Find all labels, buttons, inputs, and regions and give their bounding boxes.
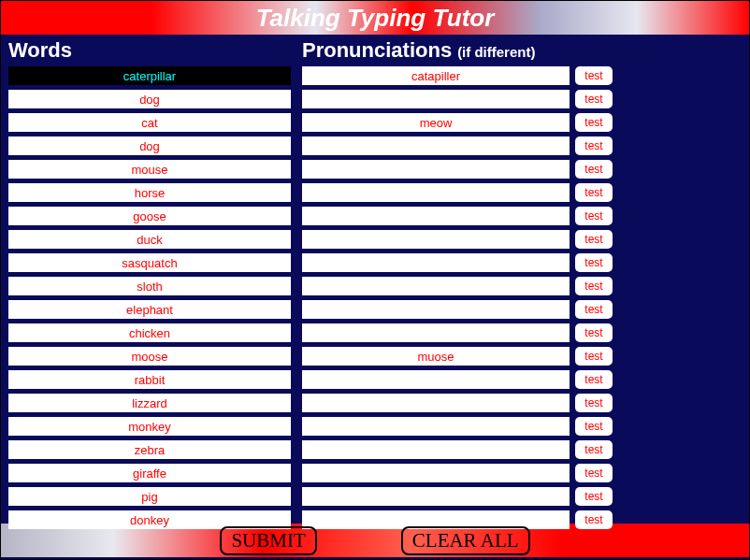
test-column: testtesttesttesttesttesttesttesttesttest… [575, 38, 616, 524]
word-input[interactable] [8, 394, 291, 412]
test-button[interactable]: test [575, 136, 613, 155]
test-button[interactable]: test [575, 183, 613, 202]
pronunciation-input[interactable] [302, 253, 570, 272]
word-input[interactable] [8, 183, 291, 202]
test-button[interactable]: test [575, 323, 613, 342]
test-button[interactable]: test [575, 113, 613, 132]
test-button[interactable]: test [575, 160, 613, 179]
app-title: Talking Typing Tutor [256, 4, 495, 33]
pronunciation-input[interactable] [302, 394, 570, 412]
pronunciation-input[interactable] [302, 136, 570, 155]
pronunciation-input[interactable] [302, 66, 570, 85]
pronunciation-input[interactable] [302, 230, 570, 249]
test-button[interactable]: test [575, 510, 613, 529]
word-input[interactable] [8, 230, 291, 249]
word-input[interactable] [8, 253, 291, 272]
test-button[interactable]: test [575, 394, 613, 412]
pronunciation-input[interactable] [302, 207, 570, 225]
word-input[interactable] [8, 464, 291, 482]
pronunciation-input[interactable] [302, 347, 570, 366]
pronunciation-input[interactable] [302, 323, 570, 342]
pronunciation-input[interactable] [302, 277, 570, 295]
clear-all-button[interactable]: CLEAR ALL [401, 526, 530, 555]
test-button[interactable]: test [575, 300, 613, 319]
submit-button[interactable]: SUBMIT [220, 526, 316, 555]
pronunciations-header-label: Pronunciations [302, 38, 452, 63]
word-input[interactable] [8, 277, 291, 295]
pronunciation-input[interactable] [302, 90, 570, 108]
word-input[interactable] [8, 323, 291, 342]
word-input[interactable] [8, 136, 291, 155]
word-input[interactable] [8, 113, 291, 132]
pronunciation-input[interactable] [302, 487, 570, 506]
pronunciation-input[interactable] [302, 183, 570, 202]
pronunciations-column: Pronunciations (if different) [302, 38, 570, 524]
test-button[interactable]: test [575, 464, 613, 482]
words-header-label: Words [8, 38, 72, 63]
word-input[interactable] [8, 487, 291, 506]
pronunciation-input[interactable] [302, 440, 570, 459]
test-button[interactable]: test [575, 253, 613, 272]
word-input[interactable] [8, 207, 291, 225]
test-button[interactable]: test [575, 277, 613, 295]
test-button[interactable]: test [575, 417, 613, 436]
test-button[interactable]: test [575, 207, 613, 225]
test-button[interactable]: test [575, 66, 613, 85]
pronunciation-input[interactable] [302, 300, 570, 319]
test-button[interactable]: test [575, 347, 613, 366]
words-column: Words [8, 38, 291, 524]
word-input[interactable] [8, 160, 291, 179]
pronunciation-input[interactable] [302, 160, 570, 179]
pronunciations-header: Pronunciations (if different) [302, 38, 570, 66]
content-area: Words Pronunciations (if different) test… [1, 35, 749, 524]
test-button[interactable]: test [575, 440, 613, 459]
pronunciations-header-sub: (if different) [457, 44, 535, 60]
word-input[interactable] [8, 347, 291, 366]
word-input[interactable] [8, 440, 291, 459]
pronunciation-input[interactable] [302, 370, 570, 389]
pronunciation-input[interactable] [302, 417, 570, 436]
title-bar: Talking Typing Tutor [1, 1, 749, 35]
test-button[interactable]: test [575, 487, 613, 506]
word-input[interactable] [8, 90, 291, 108]
test-button[interactable]: test [575, 370, 613, 389]
word-input[interactable] [8, 300, 291, 319]
word-input[interactable] [8, 370, 291, 389]
test-button[interactable]: test [575, 230, 613, 249]
pronunciation-input[interactable] [302, 113, 570, 132]
word-input[interactable] [8, 417, 291, 436]
word-input[interactable] [8, 66, 291, 85]
test-button[interactable]: test [575, 90, 613, 108]
pronunciation-input[interactable] [302, 464, 570, 482]
words-header: Words [8, 38, 291, 66]
